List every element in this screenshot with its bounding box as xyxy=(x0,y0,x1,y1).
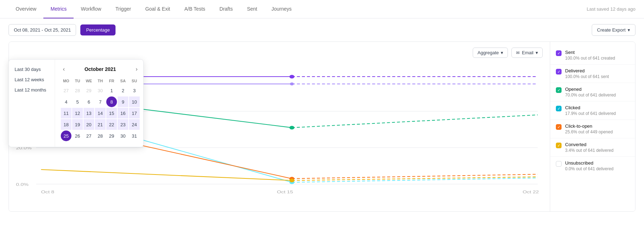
tab-workflow[interactable]: Workflow xyxy=(74,0,108,18)
legend-sub-sent: 100.0% out of 641 created xyxy=(565,56,629,61)
cal-day-7[interactable]: 7 xyxy=(95,96,106,107)
svg-text:0.0%: 0.0% xyxy=(16,182,28,187)
chevron-down-icon: ▾ xyxy=(628,27,630,33)
legend-label-sent: Sent xyxy=(565,50,629,55)
date-range-button[interactable]: Oct 08, 2021 - Oct 25, 2021 xyxy=(9,24,76,36)
cal-day-5[interactable]: 5 xyxy=(72,96,83,107)
cal-day-21[interactable]: 21 xyxy=(95,119,106,130)
cal-day-25[interactable]: 25 xyxy=(61,131,71,141)
preset-last-30-days[interactable]: Last 30 days xyxy=(15,67,49,72)
tab-metrics[interactable]: Metrics xyxy=(43,0,74,18)
svg-line-24 xyxy=(41,170,292,181)
cal-day-19[interactable]: 19 xyxy=(72,119,83,130)
cal-day-15[interactable]: 15 xyxy=(106,108,117,118)
cal-day-18[interactable]: 18 xyxy=(61,119,71,130)
tab-goal-exit[interactable]: Goal & Exit xyxy=(138,0,177,18)
cal-day-8[interactable]: 8 xyxy=(106,96,117,107)
legend-item-click-to-open[interactable]: ✓ Click-to-open 25.6% out of 449 opened xyxy=(550,120,635,138)
percentage-button[interactable]: Percentage xyxy=(80,24,116,35)
cal-day-30-prev[interactable]: 30 xyxy=(95,85,106,96)
legend-sub-delivered: 100.0% out of 641 sent xyxy=(565,74,629,79)
legend-sub-unsubscribed: 0.0% out of 641 delivered xyxy=(565,166,629,171)
cal-day-17[interactable]: 17 xyxy=(129,108,140,118)
cal-day-20[interactable]: 20 xyxy=(84,119,94,130)
legend-sub-click-to-open: 25.6% out of 449 opened xyxy=(565,129,629,134)
legend-text-unsubscribed: Unsubscribed 0.0% out of 641 delivered xyxy=(565,160,629,171)
calendar-next-button[interactable]: › xyxy=(134,65,140,73)
toolbar: Oct 08, 2021 - Oct 25, 2021 Percentage C… xyxy=(9,24,635,36)
legend-item-unsubscribed[interactable]: Unsubscribed 0.0% out of 641 delivered xyxy=(550,157,635,175)
legend-panel: ✓ Sent 100.0% out of 641 created ✓ Deliv… xyxy=(550,42,635,211)
legend-label-clicked: Clicked xyxy=(565,105,629,110)
calendar-month-label: October 2021 xyxy=(85,66,116,72)
cal-day-30[interactable]: 30 xyxy=(118,131,128,141)
legend-checkbox-clicked: ✓ xyxy=(556,106,562,111)
day-header-sa: SA xyxy=(118,77,128,84)
legend-text-opened: Opened 70.0% out of 641 delivered xyxy=(565,87,629,98)
legend-item-clicked[interactable]: ✓ Clicked 17.9% out of 641 delivered xyxy=(550,101,635,120)
calendar-prev-button[interactable]: ‹ xyxy=(61,65,67,73)
preset-last-12-weeks[interactable]: Last 12 weeks xyxy=(15,77,49,82)
legend-text-click-to-open: Click-to-open 25.6% out of 449 opened xyxy=(565,123,629,134)
svg-text:Oct 8: Oct 8 xyxy=(41,190,54,194)
email-chevron-icon: ▾ xyxy=(536,50,538,55)
legend-label-unsubscribed: Unsubscribed xyxy=(565,160,629,166)
cal-day-23[interactable]: 23 xyxy=(118,119,128,130)
cal-day-3[interactable]: 3 xyxy=(129,85,140,96)
cal-day-2[interactable]: 2 xyxy=(118,85,128,96)
cal-day-29[interactable]: 29 xyxy=(106,131,117,141)
cal-day-27-prev[interactable]: 27 xyxy=(61,85,71,96)
cal-day-11[interactable]: 11 xyxy=(61,108,71,118)
cal-day-26[interactable]: 26 xyxy=(72,131,83,141)
legend-text-clicked: Clicked 17.9% out of 641 delivered xyxy=(565,105,629,116)
cal-day-24[interactable]: 24 xyxy=(129,119,140,130)
aggregate-select[interactable]: Aggregate ▾ xyxy=(473,48,508,58)
cal-day-14[interactable]: 14 xyxy=(95,108,106,118)
day-header-th: TH xyxy=(95,77,106,84)
cal-day-16[interactable]: 16 xyxy=(118,108,128,118)
legend-checkbox-unsubscribed xyxy=(556,161,562,167)
content-area: Oct 08, 2021 - Oct 25, 2021 Percentage C… xyxy=(0,18,644,217)
legend-checkbox-click-to-open: ✓ xyxy=(556,124,562,130)
tab-trigger[interactable]: Trigger xyxy=(108,0,138,18)
create-export-button[interactable]: Create Export ▾ xyxy=(592,24,635,36)
cal-day-13[interactable]: 13 xyxy=(84,108,94,118)
tab-ab-tests[interactable]: A/B Tests xyxy=(177,0,213,18)
email-label: Email xyxy=(522,50,533,55)
tab-drafts[interactable]: Drafts xyxy=(213,0,240,18)
cal-day-28[interactable]: 28 xyxy=(95,131,106,141)
cal-day-1[interactable]: 1 xyxy=(106,85,117,96)
legend-sub-opened: 70.0% out of 641 delivered xyxy=(565,93,629,98)
day-header-tu: TU xyxy=(72,77,83,84)
legend-sub-clicked: 17.9% out of 641 delivered xyxy=(565,111,629,116)
aggregate-chevron-icon: ▾ xyxy=(501,50,503,55)
cal-day-12[interactable]: 12 xyxy=(72,108,83,118)
svg-text:Oct 22: Oct 22 xyxy=(523,190,539,194)
cal-day-9[interactable]: 9 xyxy=(118,96,128,107)
cal-day-6[interactable]: 6 xyxy=(84,96,94,107)
last-saved-text: Last saved 12 days ago xyxy=(587,6,635,12)
cal-day-29-prev[interactable]: 29 xyxy=(84,85,94,96)
preset-last-12-months[interactable]: Last 12 months xyxy=(15,87,49,93)
cal-day-31[interactable]: 31 xyxy=(129,131,140,141)
day-header-su: SU xyxy=(129,77,140,84)
email-select[interactable]: ✉ Email ▾ xyxy=(511,48,543,58)
aggregate-label: Aggregate xyxy=(477,50,499,55)
legend-item-delivered[interactable]: ✓ Delivered 100.0% out of 641 sent xyxy=(550,65,635,83)
cal-day-27[interactable]: 27 xyxy=(84,131,94,141)
cal-day-22[interactable]: 22 xyxy=(106,119,117,130)
calendar-main: ‹ October 2021 › MO TU WE TH FR SA SU 27… xyxy=(55,60,145,147)
legend-checkbox-sent: ✓ xyxy=(556,50,562,56)
calendar-presets: Last 30 days Last 12 weeks Last 12 month… xyxy=(9,60,55,147)
cal-day-4[interactable]: 4 xyxy=(61,96,71,107)
legend-checkbox-opened: ✓ xyxy=(556,87,562,93)
cal-day-10[interactable]: 10 xyxy=(129,96,140,107)
legend-item-opened[interactable]: ✓ Opened 70.0% out of 641 delivered xyxy=(550,83,635,101)
tab-overview[interactable]: Overview xyxy=(9,0,43,18)
legend-label-opened: Opened xyxy=(565,87,629,92)
legend-item-sent[interactable]: ✓ Sent 100.0% out of 641 created xyxy=(550,46,635,65)
tab-journeys[interactable]: Journeys xyxy=(264,0,299,18)
cal-day-28-prev[interactable]: 28 xyxy=(72,85,83,96)
tab-sent[interactable]: Sent xyxy=(240,0,264,18)
legend-item-converted[interactable]: ✓ Converted 3.4% out of 641 delivered xyxy=(550,138,635,157)
